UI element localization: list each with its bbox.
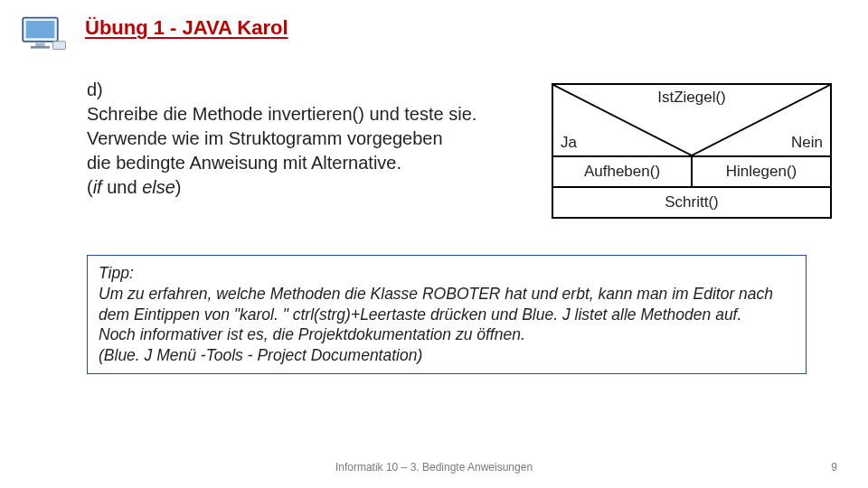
struktogramm: IstZiegel() Ja Nein Aufheben() Hinlegen(… [552,83,832,219]
keyword-else: else [142,177,175,197]
task-line-fragment: ) [175,177,182,197]
slide-footer: Informatik 10 – 3. Bedingte Anweisungen [0,461,868,474]
task-line: Schreibe die Methode invertieren() und t… [87,102,530,127]
svg-rect-3 [31,46,50,49]
struktogramm-no-action: Hinlegen() [693,157,830,186]
footer-text: Informatik 10 – 3. Bedingte Anweisungen [335,461,533,474]
slide: Übung 1 - JAVA Karol d) Schreibe die Met… [0,0,868,488]
task-line-fragment: ( [87,177,93,197]
struktogramm-yes-action: Aufheben() [553,157,693,186]
tip-heading: Tipp: [99,263,795,284]
struktogramm-yes-label: Ja [561,134,577,152]
tip-box: Tipp: Um zu erfahren, welche Methoden di… [87,255,807,374]
tip-paragraph: Noch informativer ist es, die Projektdok… [99,324,795,345]
slide-title: Übung 1 - JAVA Karol [85,16,288,40]
computer-monitor-icon [18,14,69,52]
tip-paragraph: Um zu erfahren, welche Methoden die Klas… [99,284,795,325]
svg-rect-1 [26,21,55,38]
task-text: d) Schreibe die Methode invertieren() un… [87,78,530,200]
slide-header: Übung 1 - JAVA Karol [18,16,832,52]
struktogramm-after-action: Schritt() [553,188,830,217]
slide-body: d) Schreibe die Methode invertieren() un… [18,78,832,219]
task-label: d) [87,78,530,102]
keyword-if: if [93,177,102,197]
task-line-fragment: und [102,177,142,197]
task-line: die bedingte Anweisung mit Alternative. [87,151,530,175]
struktogramm-condition: IstZiegel() [657,89,726,107]
struktogramm-condition-block: IstZiegel() Ja Nein [553,85,830,157]
struktogramm-branches: Aufheben() Hinlegen() [553,157,830,188]
svg-rect-4 [53,42,66,50]
task-line: Verwende wie im Struktogramm vorgegeben [87,127,530,151]
page-number: 9 [831,461,837,474]
task-line: (if und else) [87,175,530,200]
svg-rect-2 [35,43,45,47]
struktogramm-no-label: Nein [791,134,823,152]
tip-paragraph: (Blue. J Menü -Tools - Project Documenta… [99,345,795,366]
